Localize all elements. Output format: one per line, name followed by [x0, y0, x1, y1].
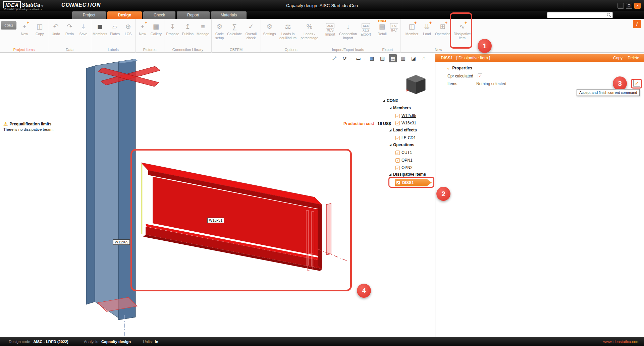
expander-icon[interactable]: ◢	[389, 143, 391, 147]
checkbox-cut1[interactable]	[395, 151, 400, 155]
ribbon-button-con2[interactable]: CON2	[1, 21, 16, 30]
tree-item-opn2[interactable]: OPN2	[380, 164, 413, 171]
ribbon-button-plates-labels[interactable]: ▱ Plates	[108, 21, 122, 36]
ribbon-button-manage[interactable]: ≡ Manage	[196, 21, 210, 36]
info-button[interactable]: i	[633, 20, 641, 28]
accept-command-button[interactable]	[633, 80, 640, 87]
maximize-button[interactable]: ❐	[626, 3, 632, 9]
minimize-button[interactable]: —	[618, 3, 624, 9]
home-view-icon[interactable]: ⌂	[420, 54, 428, 62]
window-select-icon[interactable]: ▭	[355, 54, 363, 62]
tab-project[interactable]: Project	[72, 11, 106, 19]
panel-splitter[interactable]	[435, 53, 435, 337]
tree-node-operations[interactable]: ◢ Operations	[380, 141, 414, 149]
checkbox-opn1[interactable]	[395, 158, 400, 163]
ribbon-button-members-labels[interactable]: ◼ Members	[92, 21, 108, 36]
loads-percentage-icon: %	[306, 21, 314, 32]
ribbon-button-propose[interactable]: ↧ Propose	[165, 21, 180, 36]
expander-icon[interactable]: ◢	[383, 99, 385, 102]
xls-import-icon: XLS	[326, 23, 335, 28]
checkbox-w12x65[interactable]	[395, 114, 400, 118]
ribbon-button-ifc[interactable]: IFC IFC	[389, 21, 399, 33]
document-title: Capacity design_AISC-Start.ideaCon	[0, 3, 644, 8]
orbit-dropdown-icon[interactable]: ⌄	[350, 57, 352, 60]
ribbon-button-overall-check[interactable]: ✓ Overall check	[243, 21, 260, 40]
new-picture-icon: +	[139, 21, 147, 32]
checkbox-diss1[interactable]	[396, 180, 400, 185]
ribbon-button-new-picture[interactable]: + New	[137, 21, 149, 36]
expander-icon[interactable]: ◢	[389, 128, 391, 132]
accept-tooltip: Accept and finish current command	[577, 89, 640, 96]
tab-materials[interactable]: Materials	[211, 11, 247, 19]
connection-import-icon: ↓	[344, 21, 352, 32]
ribbon-button-new-member[interactable]: ◫ Member	[404, 21, 420, 36]
ribbon-button-new-project-item[interactable]: + New	[17, 21, 32, 36]
beam-w16x31	[141, 163, 322, 271]
window-controls: — ❐ ✕	[618, 3, 641, 9]
ribbon-button-redo[interactable]: ↷ Redo	[63, 21, 76, 36]
copy-button[interactable]: Copy	[613, 56, 623, 60]
close-button[interactable]: ✕	[634, 3, 641, 9]
fit-view-icon[interactable]: ⤢	[330, 54, 338, 62]
ribbon-button-publish[interactable]: ↥ Publish	[181, 21, 195, 36]
tab-check[interactable]: Check	[143, 11, 175, 19]
orbit-icon[interactable]: ⟳	[341, 54, 349, 62]
ribbon-button-copy-project-item[interactable]: ◫ Copy	[33, 21, 47, 36]
select-dropdown-icon[interactable]: ⌄	[363, 57, 366, 60]
ribbon-button-settings[interactable]: ⚙ Settings	[262, 21, 277, 36]
tab-report[interactable]: Report	[177, 11, 210, 19]
tree-item-w16x31[interactable]: W16x31	[380, 119, 416, 127]
tree-item-le-cd1[interactable]: LE-CD1	[380, 134, 416, 141]
diss1-selection-highlight[interactable]: DISS1	[395, 179, 432, 186]
ribbon-button-save[interactable]: ⤓ Save	[77, 21, 90, 36]
transparent-view-icon[interactable]: ▥	[399, 54, 407, 62]
ribbon-button-new-load[interactable]: ⇊ Load	[420, 21, 434, 36]
ribbon-button-detail[interactable]: ▤BETA Detail	[376, 21, 388, 36]
ribbon-button-xls-export[interactable]: XLS XLS Export	[358, 21, 374, 36]
navigation-cube	[407, 75, 425, 94]
tree-node-load-effects[interactable]: ◢ Load effects	[380, 126, 417, 134]
warning-detail: There is no dissipative beam.	[3, 127, 54, 131]
checkbox-le-cd1[interactable]	[395, 136, 400, 140]
connection-tree: ◢ CON2 ◢ Members W12x65 W16x31 ◢ Load ef…	[380, 97, 435, 194]
ribbon-button-new-dissipative-item[interactable]: ∿ Dissipative item	[452, 21, 473, 40]
website-link[interactable]: www.ideastatica.com	[603, 340, 639, 344]
ribbon-button-lcs-labels[interactable]: ⊕ LCS	[122, 21, 134, 36]
expander-icon[interactable]: ◢	[389, 106, 391, 110]
ribbon-button-loads-in-equilibrium[interactable]: ⚖ Loads in equilibrium	[278, 21, 299, 40]
ribbon-button-new-operation[interactable]: ⊞ Operation	[434, 21, 451, 36]
ribbon-button-undo[interactable]: ↶ Undo	[49, 21, 62, 36]
properties-section-header[interactable]: ⌄ Properties	[447, 66, 472, 70]
hidden-lines-view-icon[interactable]: ▨	[378, 54, 386, 62]
checkbox-opn2[interactable]	[395, 166, 400, 170]
tree-node-members[interactable]: ◢ Members	[380, 104, 411, 112]
ribbon-button-calculate[interactable]: ∑ Calculate	[227, 21, 242, 36]
code-setup-icon: ⚙	[216, 21, 224, 32]
expander-icon[interactable]: ◢	[389, 173, 391, 176]
search-input[interactable]	[547, 12, 613, 18]
tab-design[interactable]: Design	[107, 11, 142, 19]
delete-button[interactable]: Delete	[628, 56, 639, 60]
tree-node-con2[interactable]: ◢ CON2	[380, 97, 398, 104]
wireframe-view-icon[interactable]: ▧	[368, 54, 376, 62]
checkbox-w16x31[interactable]	[395, 121, 400, 125]
group-label-cbfem: CBFEM	[212, 48, 261, 52]
tree-node-dissipative-items[interactable]: ◢ Dissipative items	[380, 171, 426, 178]
beta-badge: BETA	[378, 20, 386, 22]
solid-view-icon[interactable]: ▦	[389, 54, 397, 62]
ribbon-button-connection-import[interactable]: ↓ Connection Import	[339, 21, 357, 40]
ribbon-button-gallery[interactable]: ▦ Gallery	[149, 21, 163, 36]
cpr-calculated-checkbox[interactable]	[478, 73, 482, 78]
items-value[interactable]: Nothing selected	[476, 81, 506, 86]
tree-item-opn1[interactable]: OPN1	[380, 157, 413, 164]
ribbon-button-loads-percentage[interactable]: % Loads - percentage	[299, 21, 320, 40]
tree-item-w12x65[interactable]: W12x65	[380, 112, 416, 119]
ribbon-button-xls-import[interactable]: XLS XLS Import	[322, 21, 338, 36]
collapse-chevron-icon[interactable]: ⌄	[447, 66, 450, 70]
section-view-icon[interactable]: ◪	[410, 54, 418, 62]
tree-item-cut1[interactable]: CUT1	[380, 149, 412, 156]
new-load-icon: ⇊	[423, 21, 431, 32]
settings-icon: ⚙	[266, 21, 274, 32]
ribbon-button-code-setup[interactable]: ⚙ Code setup	[213, 21, 226, 40]
analysis-value: Capacity design	[101, 340, 131, 344]
